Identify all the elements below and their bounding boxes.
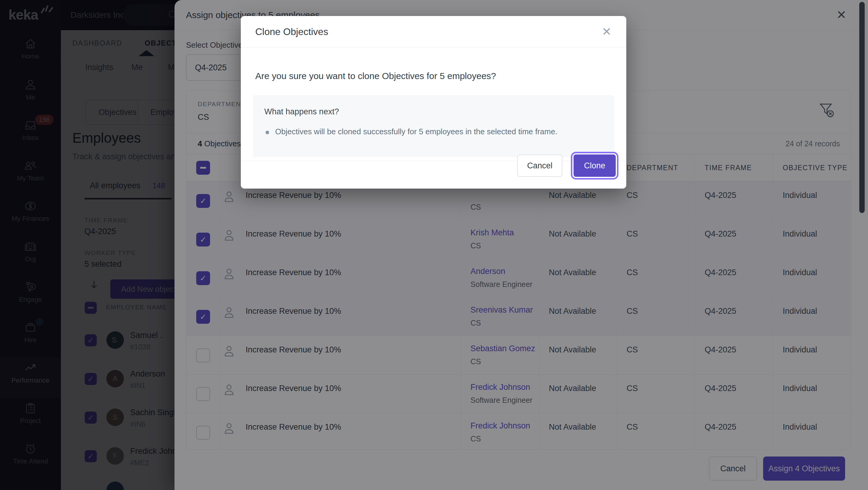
- dialog-header: Clone Objectives ✕: [241, 16, 626, 47]
- info-bullet-text: Objectives will be cloned successfully f…: [275, 127, 557, 136]
- dialog-title: Clone Objectives: [255, 16, 328, 47]
- close-icon[interactable]: ✕: [602, 25, 612, 38]
- info-box: What happens next? Objectives will be cl…: [253, 95, 614, 157]
- footer-divider: [241, 161, 626, 161]
- cancel-button[interactable]: Cancel: [517, 154, 562, 177]
- confirmation-question: Are you sure you want to clone Objective…: [255, 71, 496, 81]
- bullet-dot: [266, 131, 269, 134]
- app-root: Darksiders Inc keka Home Me 156 Inbox My…: [0, 0, 868, 490]
- clone-button[interactable]: Clone: [574, 154, 616, 177]
- clone-objectives-dialog: Clone Objectives ✕ Are you sure you want…: [241, 16, 626, 189]
- info-box-title: What happens next?: [264, 107, 339, 116]
